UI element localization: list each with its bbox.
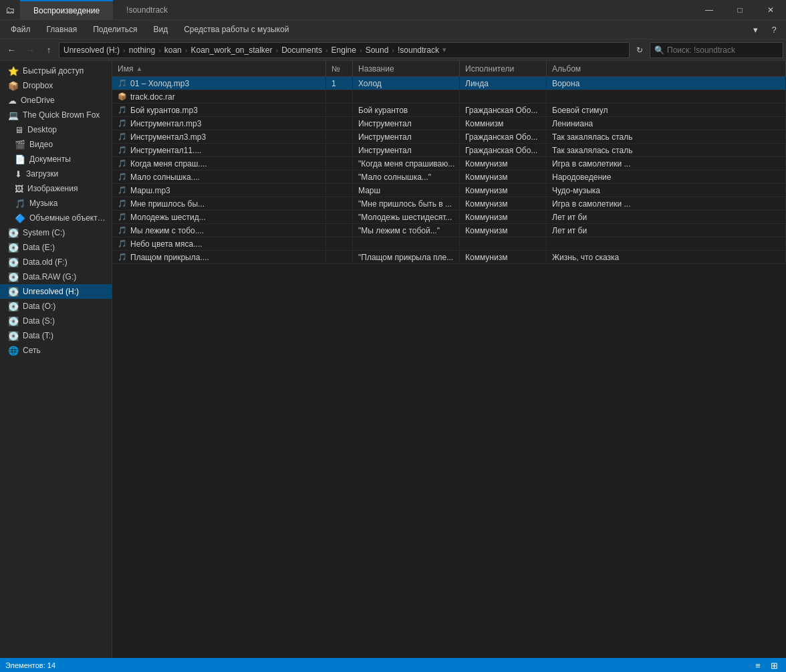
sidebar-item-onedrive[interactable]: ☁ OneDrive xyxy=(0,93,112,108)
table-row[interactable]: 🎵 Мне пришлось бы... "Мне пришлось быть … xyxy=(112,197,786,211)
sidebar-item-drive-s[interactable]: 💽 Data (S:) xyxy=(0,314,112,328)
file-name: Инструментал.mp3 xyxy=(130,119,201,128)
file-num-cell xyxy=(326,130,353,143)
sidebar-item-drive-h[interactable]: 💽 Unresolved (H:) xyxy=(0,284,112,299)
ribbon-help-button[interactable]: ? xyxy=(765,20,783,39)
table-row[interactable]: 🎵 Марш.mp3 Марш Коммунизм Чудо-музыка xyxy=(112,184,786,197)
documents-icon: 📄 xyxy=(15,154,25,164)
drive-icon: 💽 xyxy=(8,331,19,341)
ribbon-tab-share[interactable]: Поделиться xyxy=(85,20,145,39)
sidebar-item-quick-brown-fox[interactable]: 💻 The Quick Brown Fox xyxy=(0,108,112,122)
table-row[interactable]: 🎵 Инструментал11.... Инструментал Гражда… xyxy=(112,144,786,157)
sidebar-item-drive-o[interactable]: 💽 Data (O:) xyxy=(0,299,112,314)
ribbon: Файл Главная Поделиться Вид Средства раб… xyxy=(0,20,786,39)
table-row[interactable]: 🎵 Молодежь шестид... "Молодежь шестидеся… xyxy=(112,211,786,224)
sidebar-item-3d[interactable]: 🔷 Объемные объекти... xyxy=(0,211,112,225)
sidebar-item-drive-e[interactable]: 💽 Data (E:) xyxy=(0,240,112,255)
file-artist-cell: Коммунизм xyxy=(460,224,547,237)
sidebar-item-music[interactable]: 🎵 Музыка xyxy=(0,196,112,211)
table-row[interactable]: 🎵 Мало солнышка.... "Мало солнышка..." К… xyxy=(112,171,786,184)
sidebar-item-quick-access[interactable]: ⭐ Быстрый доступ xyxy=(0,64,112,78)
grid-view-button[interactable]: ⊞ xyxy=(767,659,781,671)
file-album-cell: Лет ит би xyxy=(547,211,786,223)
table-row[interactable]: 🎵 Небо цвета мяса.... xyxy=(112,237,786,251)
addr-nothing[interactable]: nothing xyxy=(129,45,155,55)
ribbon-tab-view[interactable]: Вид xyxy=(145,20,176,39)
file-title: "Плащом прикрыла пле... xyxy=(358,253,453,262)
table-row[interactable]: 🎵 Плащом прикрыла.... "Плащом прикрыла п… xyxy=(112,251,786,264)
sidebar-item-drive-f[interactable]: 💽 Data.old (F:) xyxy=(0,255,112,269)
table-row[interactable]: 🎵 Когда меня спраш.... "Когда меня спраш… xyxy=(112,157,786,171)
sidebar-item-dropbox[interactable]: 📦 Dropbox xyxy=(0,78,112,93)
addr-sound[interactable]: Sound xyxy=(366,45,389,55)
file-num-cell xyxy=(326,104,353,116)
sidebar-item-drive-t[interactable]: 💽 Data (T:) xyxy=(0,328,112,343)
minimize-button[interactable]: — xyxy=(694,0,725,20)
ribbon-tab-file[interactable]: Файл xyxy=(3,20,39,39)
table-row[interactable]: 🎵 01 – Холод.mp3 1 Холод Линда Ворона xyxy=(112,77,786,90)
addr-unresolved[interactable]: Unresolved (H:) xyxy=(63,45,120,55)
ribbon-tab-home[interactable]: Главная xyxy=(39,20,86,39)
file-artist: Коммунизм xyxy=(465,173,507,182)
table-row[interactable]: 📦 track.doc.rar xyxy=(112,90,786,104)
sidebar-item-images[interactable]: 🖼 Изображения xyxy=(0,181,112,196)
addr-documents[interactable]: Documents xyxy=(281,45,322,55)
addr-koan[interactable]: koan xyxy=(164,45,182,55)
main-area: ⭐ Быстрый доступ 📦 Dropbox ☁ OneDrive 💻 … xyxy=(0,61,786,658)
sidebar-item-drive-c[interactable]: 💽 System (C:) xyxy=(0,225,112,240)
table-row[interactable]: 🎵 Инструментал.mp3 Инструментал Коммнизм… xyxy=(112,117,786,130)
col-header-num[interactable]: № xyxy=(326,61,353,76)
file-album: Так закалялась сталь xyxy=(552,132,632,142)
sidebar-item-desktop[interactable]: 🖥 Desktop xyxy=(0,122,112,137)
table-row[interactable]: 🎵 Бой курантов.mp3 Бой курантов Гражданс… xyxy=(112,104,786,117)
sidebar-item-network[interactable]: 🌐 Сеть xyxy=(0,343,112,358)
tab-playback[interactable]: Воспроизведение xyxy=(20,0,113,19)
list-view-button[interactable]: ≡ xyxy=(751,659,765,671)
search-input[interactable] xyxy=(667,45,779,55)
download-icon: ⬇ xyxy=(15,169,22,179)
file-name-cell: 🎵 Мы лежим с тобо.... xyxy=(112,224,326,237)
address-bar[interactable]: Unresolved (H:) › nothing › koan › Koan_… xyxy=(59,42,630,58)
col-header-name[interactable]: Имя ▲ xyxy=(112,61,326,76)
forward-button[interactable]: → xyxy=(21,41,39,59)
file-title: Инструментал xyxy=(358,146,412,155)
sidebar-item-downloads[interactable]: ⬇ Загрузки xyxy=(0,166,112,181)
back-button[interactable]: ← xyxy=(3,41,20,59)
file-name: track.doc.rar xyxy=(130,92,175,102)
file-num-cell xyxy=(326,144,353,156)
file-album: Игра в самолетики ... xyxy=(552,159,631,169)
ribbon-tabs: Файл Главная Поделиться Вид Средства раб… xyxy=(0,20,786,39)
mp3-icon: 🎵 xyxy=(118,239,127,248)
addr-koan-stalker[interactable]: Koan_work_on_stalker xyxy=(190,45,272,55)
addr-soundtrack[interactable]: !soundtrack xyxy=(398,45,439,55)
up-button[interactable]: ↑ xyxy=(40,41,57,59)
maximize-button[interactable]: □ xyxy=(725,0,755,20)
col-header-title[interactable]: Название xyxy=(353,61,460,76)
file-name-cell: 📦 track.doc.rar xyxy=(112,90,326,103)
sidebar-label: Загрузки xyxy=(26,169,58,179)
sidebar-label: Изображения xyxy=(27,184,78,193)
table-row[interactable]: 🎵 Мы лежим с тобо.... "Мы лежим с тобой.… xyxy=(112,224,786,237)
ribbon-collapse-button[interactable]: ▾ xyxy=(746,20,765,39)
col-header-album[interactable]: Альбом xyxy=(547,61,786,76)
file-album: Чудо-музыка xyxy=(552,186,600,195)
3d-icon: 🔷 xyxy=(15,213,25,223)
file-title-cell: "Когда меня спрашиваю... xyxy=(353,157,460,170)
ribbon-tab-music[interactable]: Средства работы с музыкой xyxy=(176,20,297,39)
refresh-button[interactable]: ↻ xyxy=(631,41,648,59)
file-num-cell xyxy=(326,90,353,103)
mp3-icon: 🎵 xyxy=(118,119,127,128)
addr-engine[interactable]: Engine xyxy=(332,45,356,55)
sidebar-item-documents[interactable]: 📄 Документы xyxy=(0,152,112,166)
sidebar-item-drive-g[interactable]: 💽 Data.RAW (G:) xyxy=(0,269,112,284)
drive-icon: 💽 xyxy=(8,302,19,312)
file-album: Жизнь, что сказка xyxy=(552,253,619,262)
close-button[interactable]: ✕ xyxy=(755,0,786,20)
sidebar-item-video[interactable]: 🎬 Видео xyxy=(0,137,112,152)
tab-soundtrack[interactable]: !soundtrack xyxy=(113,0,181,19)
file-name: Бой курантов.mp3 xyxy=(130,106,198,115)
network-icon: 🌐 xyxy=(8,346,19,356)
file-artist-cell: Коммунизм xyxy=(460,171,547,183)
table-row[interactable]: 🎵 Инструментал3.mp3 Инструментал Граждан… xyxy=(112,130,786,144)
col-header-artist[interactable]: Исполнители xyxy=(460,61,547,76)
